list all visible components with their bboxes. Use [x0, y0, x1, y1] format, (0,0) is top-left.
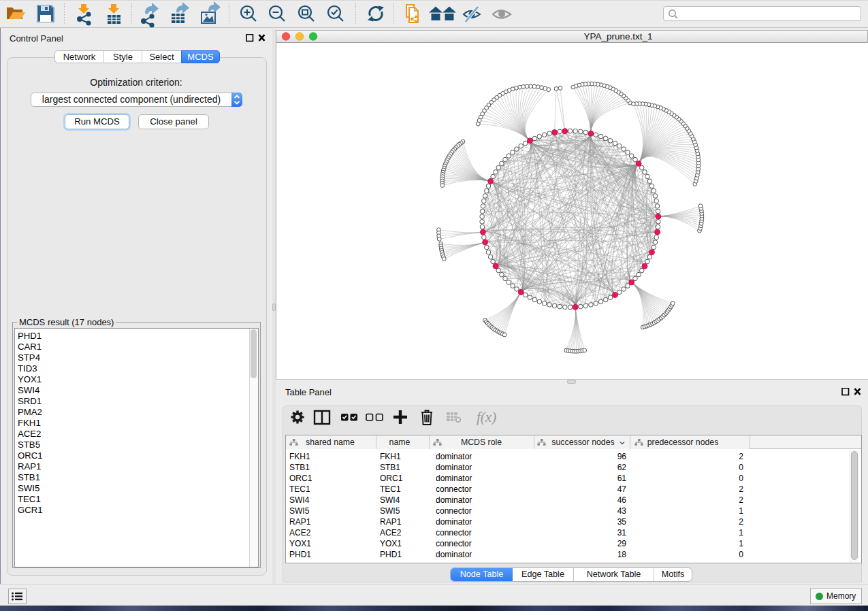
svg-text:f(x): f(x) — [477, 409, 496, 425]
